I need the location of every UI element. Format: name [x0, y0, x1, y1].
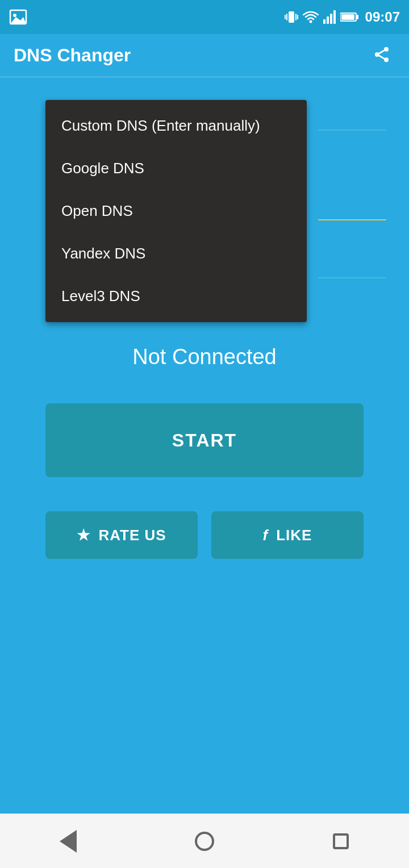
like-label: LIKE [276, 527, 312, 544]
svg-rect-6 [285, 15, 286, 19]
dropdown-item-yandex[interactable]: Yandex DNS [45, 232, 307, 275]
dropdown-item-google[interactable]: Google DNS [45, 147, 307, 190]
svg-line-20 [379, 51, 384, 53]
status-bar: 09:07 [0, 0, 409, 34]
dns-line-3 [318, 277, 386, 278]
start-button[interactable]: START [45, 403, 364, 477]
dropdown-item-level3[interactable]: Level3 DNS [45, 275, 307, 318]
share-icon [373, 45, 391, 64]
like-button[interactable]: f LIKE [211, 511, 364, 559]
signal-icon [323, 10, 336, 24]
svg-rect-5 [295, 14, 297, 20]
facebook-icon: f [263, 527, 269, 544]
app-title: DNS Changer [14, 45, 131, 66]
status-bar-left [9, 8, 27, 26]
back-icon [60, 830, 77, 853]
home-icon [195, 832, 214, 851]
rate-us-button[interactable]: ★ RATE US [45, 511, 198, 559]
home-button[interactable] [182, 819, 227, 864]
recents-icon [333, 833, 349, 849]
connection-status: Not Connected [0, 345, 409, 369]
vibrate-icon [285, 9, 298, 25]
svg-point-18 [384, 57, 389, 62]
share-button[interactable] [368, 41, 395, 70]
dns-line-2-yellow [318, 219, 386, 220]
back-button[interactable] [45, 819, 91, 864]
dropdown-region: Custom DNS (Enter manually) Google DNS O… [45, 100, 409, 322]
svg-point-16 [384, 47, 389, 52]
svg-rect-7 [297, 15, 298, 19]
star-icon: ★ [77, 527, 90, 544]
start-button-label: START [172, 430, 237, 451]
start-button-wrapper: START [45, 403, 364, 477]
action-buttons: ★ RATE US f LIKE [45, 511, 364, 559]
status-bar-right: 09:07 [285, 9, 400, 25]
svg-rect-14 [357, 15, 358, 19]
dropdown-item-open[interactable]: Open DNS [45, 190, 307, 232]
svg-rect-3 [289, 11, 294, 23]
app-bar: DNS Changer [0, 34, 409, 77]
main-content: Custom DNS (Enter manually) Google DNS O… [0, 77, 409, 570]
svg-rect-15 [341, 14, 354, 20]
svg-rect-11 [330, 14, 332, 24]
svg-rect-10 [327, 16, 329, 24]
battery-icon [340, 11, 358, 23]
svg-marker-2 [10, 17, 26, 24]
dns-line-1 [318, 130, 386, 131]
svg-point-1 [13, 14, 16, 17]
wifi-icon [303, 10, 319, 24]
svg-rect-12 [333, 10, 336, 24]
dropdown-menu: Custom DNS (Enter manually) Google DNS O… [45, 100, 307, 322]
svg-point-8 [309, 20, 312, 23]
recents-button[interactable] [318, 819, 364, 864]
svg-rect-9 [323, 19, 325, 24]
image-icon [9, 8, 27, 26]
svg-rect-4 [286, 14, 287, 20]
nav-bar [0, 813, 409, 868]
status-time: 09:07 [365, 9, 400, 25]
rate-us-label: RATE US [98, 527, 166, 544]
svg-point-17 [375, 52, 379, 57]
svg-line-19 [379, 56, 384, 59]
dns-field-lines [318, 100, 398, 278]
dropdown-item-custom[interactable]: Custom DNS (Enter manually) [45, 105, 307, 147]
